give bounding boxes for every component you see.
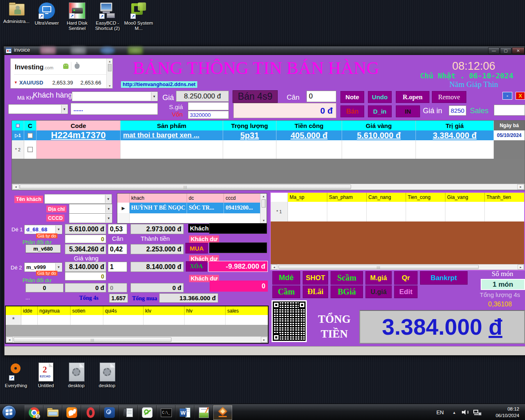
dia-chi-combo[interactable]: ▼ <box>69 204 112 214</box>
col-gia-vang[interactable]: Gia_vang <box>445 193 485 202</box>
taskbar-cmd-button[interactable]: C:\_ <box>157 405 176 420</box>
chevron-down-icon[interactable]: ▼ <box>151 92 157 100</box>
col-wage[interactable]: Tiền công <box>276 121 342 130</box>
scroll-up-icon[interactable]: ▲ <box>107 59 113 64</box>
de1-free-price-field[interactable]: 0 <box>65 235 106 243</box>
chevron-down-icon[interactable]: ▼ <box>55 226 62 233</box>
mgia-button[interactable]: M.giá <box>365 271 392 285</box>
cell-wage[interactable] <box>276 140 342 159</box>
note-button[interactable]: Note <box>340 91 364 103</box>
scroll-thumb[interactable] <box>262 199 266 208</box>
scroll-down-icon[interactable]: ▼ <box>107 83 113 88</box>
de1-weight-field[interactable]: 0,53 <box>108 224 127 234</box>
de2-total-field[interactable]: 8.140.000 đ <box>130 262 184 272</box>
scroll-thumb[interactable] <box>108 64 112 71</box>
tray-expand-icon[interactable]: ▲ <box>452 411 456 415</box>
scroll-right-icon[interactable]: ► <box>518 265 524 269</box>
col-klv[interactable]: klv <box>144 306 185 315</box>
remove-button[interactable]: Remove <box>432 91 466 103</box>
de1-total-field[interactable]: 2.973.000 đ <box>130 224 184 234</box>
taskbar-fax-app-button[interactable] <box>119 405 138 420</box>
chevron-down-icon[interactable]: ▼ <box>105 214 112 222</box>
taskbar-word-button[interactable]: W <box>176 405 194 420</box>
window-close-button[interactable]: ✕ <box>512 47 525 54</box>
col-date[interactable]: Ngày bá <box>494 121 525 130</box>
cell-product[interactable] <box>121 140 223 159</box>
row-selector[interactable]: ▷ 1 <box>12 130 24 140</box>
bgia-button[interactable]: BGiá <box>331 285 363 298</box>
scroll-left-icon[interactable]: ◄ <box>6 337 13 342</box>
scroll-left-icon[interactable]: ◄ <box>12 184 19 189</box>
buy-total-field[interactable]: 2.253.000 đ <box>130 244 184 254</box>
khach-black-field-2[interactable] <box>209 242 267 253</box>
row-selector[interactable]: * 2 <box>12 140 24 159</box>
col-cccd[interactable]: cccd <box>224 194 260 203</box>
scam-button[interactable]: Scầm <box>331 271 363 285</box>
col-khach[interactable]: khach <box>130 194 187 203</box>
de2-weight-field[interactable]: 1 <box>108 262 127 272</box>
chevron-down-icon[interactable]: ▼ <box>105 195 111 203</box>
dlai-button[interactable]: ĐLãi <box>303 285 328 298</box>
col-san-pham[interactable]: San_pham <box>327 193 367 202</box>
row-checkbox[interactable] <box>24 140 37 159</box>
cccd-combo[interactable]: ▼ <box>69 213 112 223</box>
tray-language[interactable]: EN <box>436 409 444 415</box>
banner-url[interactable]: http://tiemvanghoai2.ddns.net <box>121 81 197 88</box>
col-sales[interactable]: sales <box>226 306 268 315</box>
cam-button[interactable]: Cầm <box>272 285 300 298</box>
ma-kh-combo[interactable]: ▼ <box>8 104 68 114</box>
taskbar-media-app-button[interactable] <box>100 405 119 420</box>
ticker-scrollbar[interactable]: ▲ ▼ <box>106 59 112 88</box>
col-sotien[interactable]: sotien <box>71 306 103 315</box>
buy-price-field[interactable]: 5.364.260 đ <box>65 244 106 254</box>
row-selector[interactable]: ▶ <box>117 203 130 213</box>
select-all-cell[interactable] <box>12 121 24 130</box>
scroll-thumb[interactable]: ||| <box>14 337 171 342</box>
de2-price-field[interactable]: 8.140.000 đ <box>65 262 106 272</box>
apple-icon[interactable] <box>75 64 80 69</box>
reopen-button[interactable]: R.open <box>396 91 429 103</box>
chevron-down-icon[interactable]: ▼ <box>105 205 112 213</box>
mua-button[interactable]: MUA <box>185 243 208 253</box>
col-ngaymua[interactable]: ngaymua <box>38 306 71 315</box>
window-maximize-button[interactable]: ▢ <box>500 47 511 54</box>
d-in-button[interactable]: D_in <box>368 105 392 117</box>
scroll-down-icon[interactable]: ▼ <box>260 218 267 223</box>
volume-icon[interactable] <box>462 409 469 415</box>
taskbar-notepad-button[interactable] <box>194 405 213 420</box>
zero-field-d[interactable]: 0 đ <box>130 283 184 292</box>
col-product[interactable]: Sản phẩm <box>121 121 223 130</box>
window-minimize-button[interactable]: — <box>488 47 500 54</box>
zero-field-b[interactable]: 0 đ <box>65 283 106 292</box>
col-tien-cong[interactable]: Tien_cong <box>406 193 445 202</box>
scroll-up-icon[interactable]: ▲ <box>260 194 267 199</box>
sgia-input[interactable] <box>188 102 229 110</box>
history-row-empty[interactable]: * <box>6 315 268 325</box>
row-selector[interactable] <box>117 214 130 223</box>
col-idde[interactable]: idde <box>21 306 38 315</box>
cell-code[interactable] <box>37 140 121 159</box>
scroll-thumb[interactable]: ||| <box>278 265 479 269</box>
cell-gold[interactable] <box>342 140 416 159</box>
khach-hang-combo[interactable]: ▼ <box>72 91 158 101</box>
ugia-button[interactable]: U.giá <box>365 285 392 298</box>
sale-row-empty[interactable]: * 2 <box>12 140 525 159</box>
taskbar-chrome-button[interactable] <box>25 405 43 420</box>
taskbar-uc-browser-button[interactable] <box>62 405 81 420</box>
gia-field[interactable]: 8.250.000 đ <box>176 91 229 102</box>
app-minimize-button[interactable]: - <box>502 92 512 100</box>
col-hlv[interactable]: hlv <box>185 306 226 315</box>
network-icon[interactable] <box>473 409 482 415</box>
can-input[interactable]: 0 <box>306 91 336 102</box>
in-button[interactable]: IN <box>396 105 420 117</box>
de2-free-price-field[interactable]: 0 <box>65 272 106 281</box>
col-code[interactable]: Code <box>37 121 121 130</box>
de1-type-combo[interactable]: d_68_68▼ <box>24 225 62 234</box>
col-value[interactable]: Trị giá <box>416 121 494 130</box>
chevron-down-icon[interactable]: ▼ <box>61 105 67 113</box>
taskbar-explorer-button[interactable] <box>43 405 62 420</box>
de1-price-field[interactable]: 5.610.000 đ <box>65 224 106 234</box>
qr-button[interactable]: Qr <box>394 271 418 285</box>
detail-row-empty[interactable]: * 1 <box>271 202 524 221</box>
zero-field-a[interactable]: 0 <box>25 283 64 292</box>
